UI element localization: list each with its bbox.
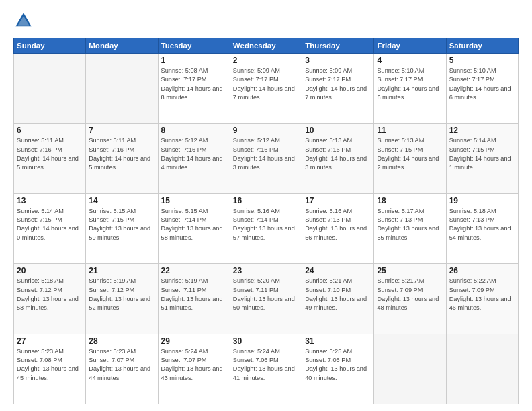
weekday-header: Saturday xyxy=(446,38,518,54)
day-info: Sunrise: 5:25 AM Sunset: 7:05 PM Dayligh… xyxy=(305,347,371,383)
calendar-week-row: 20Sunrise: 5:18 AM Sunset: 7:12 PM Dayli… xyxy=(14,264,519,334)
day-info: Sunrise: 5:12 AM Sunset: 7:16 PM Dayligh… xyxy=(161,136,227,172)
day-number: 3 xyxy=(305,56,371,65)
day-number: 22 xyxy=(161,266,227,275)
calendar-cell: 20Sunrise: 5:18 AM Sunset: 7:12 PM Dayli… xyxy=(14,264,86,334)
calendar-week-row: 13Sunrise: 5:14 AM Sunset: 7:15 PM Dayli… xyxy=(14,193,519,263)
day-info: Sunrise: 5:21 AM Sunset: 7:09 PM Dayligh… xyxy=(377,277,443,312)
weekday-header: Friday xyxy=(374,38,446,54)
calendar-cell: 5Sunrise: 5:10 AM Sunset: 7:17 PM Daylig… xyxy=(446,54,518,124)
calendar-cell: 29Sunrise: 5:24 AM Sunset: 7:07 PM Dayli… xyxy=(158,334,230,404)
logo xyxy=(13,11,36,31)
day-number: 30 xyxy=(233,336,299,346)
weekday-header-row: SundayMondayTuesdayWednesdayThursdayFrid… xyxy=(14,38,519,54)
day-number: 25 xyxy=(377,266,443,275)
day-number: 24 xyxy=(305,266,371,275)
day-number: 18 xyxy=(377,196,443,205)
calendar-table: SundayMondayTuesdayWednesdayThursdayFrid… xyxy=(13,38,519,404)
calendar-cell: 30Sunrise: 5:24 AM Sunset: 7:06 PM Dayli… xyxy=(230,334,302,404)
day-info: Sunrise: 5:13 AM Sunset: 7:16 PM Dayligh… xyxy=(305,136,371,172)
weekday-header: Wednesday xyxy=(230,38,302,54)
day-number: 23 xyxy=(233,266,299,275)
day-number: 29 xyxy=(161,336,227,346)
calendar-cell: 24Sunrise: 5:21 AM Sunset: 7:10 PM Dayli… xyxy=(302,264,374,334)
day-info: Sunrise: 5:24 AM Sunset: 7:07 PM Dayligh… xyxy=(161,347,227,383)
calendar-cell: 10Sunrise: 5:13 AM Sunset: 7:16 PM Dayli… xyxy=(302,124,374,193)
day-info: Sunrise: 5:16 AM Sunset: 7:13 PM Dayligh… xyxy=(305,207,371,242)
day-info: Sunrise: 5:11 AM Sunset: 7:16 PM Dayligh… xyxy=(17,136,83,172)
day-info: Sunrise: 5:12 AM Sunset: 7:16 PM Dayligh… xyxy=(233,136,299,172)
weekday-header: Monday xyxy=(86,38,158,54)
day-number: 17 xyxy=(305,196,371,205)
calendar-cell: 9Sunrise: 5:12 AM Sunset: 7:16 PM Daylig… xyxy=(230,124,302,193)
calendar-cell: 12Sunrise: 5:14 AM Sunset: 7:15 PM Dayli… xyxy=(446,124,518,193)
day-number: 31 xyxy=(305,336,371,346)
calendar-cell: 7Sunrise: 5:11 AM Sunset: 7:16 PM Daylig… xyxy=(86,124,158,193)
day-number: 1 xyxy=(161,56,227,65)
calendar-cell: 6Sunrise: 5:11 AM Sunset: 7:16 PM Daylig… xyxy=(14,124,86,193)
calendar-cell: 21Sunrise: 5:19 AM Sunset: 7:12 PM Dayli… xyxy=(86,264,158,334)
day-number: 13 xyxy=(17,196,83,205)
day-number: 11 xyxy=(377,126,443,135)
weekday-header: Sunday xyxy=(14,38,86,54)
day-info: Sunrise: 5:15 AM Sunset: 7:15 PM Dayligh… xyxy=(89,207,154,242)
calendar-cell: 31Sunrise: 5:25 AM Sunset: 7:05 PM Dayli… xyxy=(302,334,374,404)
calendar-cell: 13Sunrise: 5:14 AM Sunset: 7:15 PM Dayli… xyxy=(14,193,86,263)
day-info: Sunrise: 5:08 AM Sunset: 7:17 PM Dayligh… xyxy=(161,66,227,102)
day-info: Sunrise: 5:10 AM Sunset: 7:17 PM Dayligh… xyxy=(449,66,515,102)
calendar-cell xyxy=(14,54,86,124)
calendar-cell: 1Sunrise: 5:08 AM Sunset: 7:17 PM Daylig… xyxy=(158,54,230,124)
day-number: 19 xyxy=(449,196,515,205)
logo-icon xyxy=(13,11,34,31)
calendar-cell: 15Sunrise: 5:15 AM Sunset: 7:14 PM Dayli… xyxy=(158,193,230,263)
header xyxy=(13,11,519,31)
calendar-cell: 23Sunrise: 5:20 AM Sunset: 7:11 PM Dayli… xyxy=(230,264,302,334)
day-number: 28 xyxy=(89,336,154,346)
calendar-cell: 2Sunrise: 5:09 AM Sunset: 7:17 PM Daylig… xyxy=(230,54,302,124)
day-number: 14 xyxy=(89,196,154,205)
calendar-cell xyxy=(374,334,446,404)
day-number: 20 xyxy=(17,266,83,275)
calendar-cell: 25Sunrise: 5:21 AM Sunset: 7:09 PM Dayli… xyxy=(374,264,446,334)
calendar-week-row: 6Sunrise: 5:11 AM Sunset: 7:16 PM Daylig… xyxy=(14,124,519,193)
calendar-cell: 27Sunrise: 5:23 AM Sunset: 7:08 PM Dayli… xyxy=(14,334,86,404)
day-info: Sunrise: 5:09 AM Sunset: 7:17 PM Dayligh… xyxy=(233,66,299,102)
calendar-cell: 26Sunrise: 5:22 AM Sunset: 7:09 PM Dayli… xyxy=(446,264,518,334)
day-number: 16 xyxy=(233,196,299,205)
day-info: Sunrise: 5:21 AM Sunset: 7:10 PM Dayligh… xyxy=(305,277,371,312)
day-info: Sunrise: 5:14 AM Sunset: 7:15 PM Dayligh… xyxy=(17,207,83,242)
day-number: 5 xyxy=(449,56,515,65)
page: SundayMondayTuesdayWednesdayThursdayFrid… xyxy=(0,0,532,411)
calendar-cell: 18Sunrise: 5:17 AM Sunset: 7:13 PM Dayli… xyxy=(374,193,446,263)
calendar-cell: 8Sunrise: 5:12 AM Sunset: 7:16 PM Daylig… xyxy=(158,124,230,193)
day-number: 2 xyxy=(233,56,299,65)
day-info: Sunrise: 5:18 AM Sunset: 7:12 PM Dayligh… xyxy=(17,277,83,312)
day-number: 12 xyxy=(449,126,515,135)
weekday-header: Tuesday xyxy=(158,38,230,54)
day-info: Sunrise: 5:15 AM Sunset: 7:14 PM Dayligh… xyxy=(161,207,227,242)
calendar-cell xyxy=(86,54,158,124)
day-info: Sunrise: 5:10 AM Sunset: 7:17 PM Dayligh… xyxy=(377,66,443,102)
day-info: Sunrise: 5:09 AM Sunset: 7:17 PM Dayligh… xyxy=(305,66,371,102)
calendar-week-row: 27Sunrise: 5:23 AM Sunset: 7:08 PM Dayli… xyxy=(14,334,519,404)
day-info: Sunrise: 5:17 AM Sunset: 7:13 PM Dayligh… xyxy=(377,207,443,242)
day-number: 9 xyxy=(233,126,299,135)
day-info: Sunrise: 5:23 AM Sunset: 7:07 PM Dayligh… xyxy=(89,347,154,383)
day-number: 26 xyxy=(449,266,515,275)
day-number: 15 xyxy=(161,196,227,205)
day-info: Sunrise: 5:13 AM Sunset: 7:15 PM Dayligh… xyxy=(377,136,443,172)
calendar-cell: 28Sunrise: 5:23 AM Sunset: 7:07 PM Dayli… xyxy=(86,334,158,404)
calendar-cell: 14Sunrise: 5:15 AM Sunset: 7:15 PM Dayli… xyxy=(86,193,158,263)
day-info: Sunrise: 5:23 AM Sunset: 7:08 PM Dayligh… xyxy=(17,347,83,383)
calendar-week-row: 1Sunrise: 5:08 AM Sunset: 7:17 PM Daylig… xyxy=(14,54,519,124)
calendar-cell: 22Sunrise: 5:19 AM Sunset: 7:11 PM Dayli… xyxy=(158,264,230,334)
day-info: Sunrise: 5:19 AM Sunset: 7:12 PM Dayligh… xyxy=(89,277,154,312)
calendar-cell: 17Sunrise: 5:16 AM Sunset: 7:13 PM Dayli… xyxy=(302,193,374,263)
day-number: 4 xyxy=(377,56,443,65)
day-number: 7 xyxy=(89,126,154,135)
calendar-cell xyxy=(446,334,518,404)
day-info: Sunrise: 5:19 AM Sunset: 7:11 PM Dayligh… xyxy=(161,277,227,312)
day-number: 27 xyxy=(17,336,83,346)
calendar-cell: 19Sunrise: 5:18 AM Sunset: 7:13 PM Dayli… xyxy=(446,193,518,263)
day-info: Sunrise: 5:16 AM Sunset: 7:14 PM Dayligh… xyxy=(233,207,299,242)
